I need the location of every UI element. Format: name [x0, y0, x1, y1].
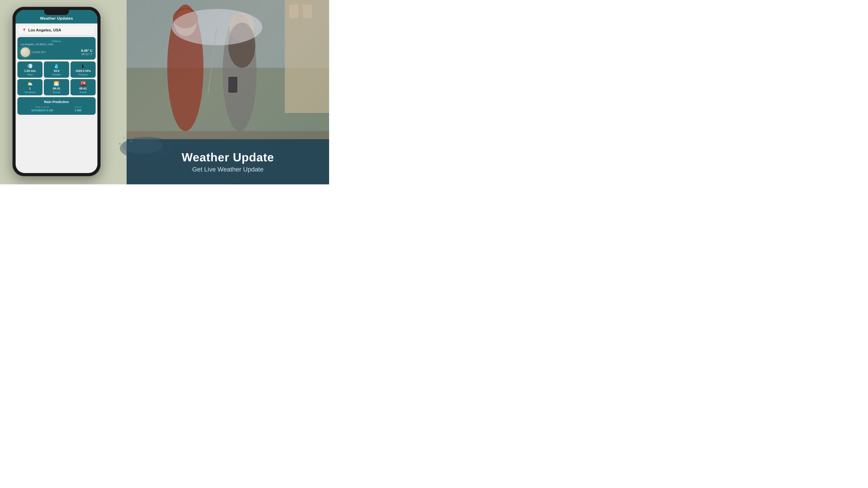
sunset-icon [80, 81, 86, 86]
humidity-icon [54, 64, 59, 68]
sunrise-value: 08:41 [53, 87, 60, 90]
svg-rect-3 [289, 4, 298, 18]
temp-fahrenheit: 46.51° F [81, 53, 92, 56]
moon-icon [21, 47, 30, 57]
rain-time-item: TIME & DATE SATURDAY 9 AM [31, 106, 53, 112]
rain-time-label: TIME & DATE [35, 106, 49, 108]
svg-rect-4 [303, 4, 312, 18]
svg-point-27 [130, 140, 132, 142]
svg-point-30 [157, 138, 160, 140]
cloudiness-value: 1 [29, 87, 31, 90]
weather-icon-area: CLEAR SKY [21, 47, 46, 57]
cloud-icon [27, 81, 33, 86]
sunset-label: Sunset [80, 91, 87, 94]
metric-pressure: 1020.0 hPa Pressure [70, 61, 96, 78]
app-title: Weather Updates [40, 16, 73, 21]
cloudiness-label: Cloudiness [24, 91, 35, 94]
rain-prediction-title: Rain Prediction [21, 100, 92, 104]
sunrise-label: Sunrise [53, 91, 60, 94]
svg-point-28 [124, 137, 125, 139]
svg-rect-15 [229, 78, 237, 92]
metric-grid: 1.54 m/s Wind 43.0 Humidity 1020.0 hPa P… [18, 61, 96, 95]
wind-label: Wind [27, 73, 33, 76]
rain-details: TIME & DATE SATURDAY 9 AM SCALE 2 MM [21, 106, 92, 112]
app-content: Address Los Angeles, CA 90012, USA CLEAR… [16, 37, 97, 173]
rain-scale-value: 2 MM [74, 109, 81, 112]
metric-sunrise: 08:41 Sunrise [44, 79, 69, 95]
svg-point-31 [166, 135, 168, 136]
pressure-icon [81, 64, 85, 68]
phone-shell: Weather Updates 📍 Los Angeles, USA Addre… [12, 7, 101, 176]
address-label: Address [21, 40, 92, 42]
phone-mockup: Weather Updates 📍 Los Angeles, USA Addre… [12, 7, 101, 176]
rain-scale-label: SCALE [74, 106, 82, 108]
sunset-value: 08:41 [79, 87, 87, 90]
address-value: Los Angeles, CA 90012, USA [21, 43, 92, 46]
promo-subtitle: Get Live Weather Update [192, 166, 264, 173]
svg-point-29 [135, 136, 136, 138]
metric-humidity: 43.0 Humidity [44, 61, 69, 78]
wind-value: 1.54 m/s [24, 69, 36, 72]
sky-condition: CLEAR SKY [32, 51, 46, 54]
location-text: Los Angeles, USA [28, 28, 61, 33]
rain-prediction-card: Rain Prediction TIME & DATE SATURDAY 9 A… [18, 97, 96, 115]
metric-wind: 1.54 m/s Wind [18, 61, 42, 78]
rain-time-value: SATURDAY 9 AM [31, 109, 53, 112]
promo-banner: Weather Update Get Live Weather Update [127, 139, 329, 184]
humidity-value: 43.0 [54, 69, 59, 72]
temp-celsius: 8.06° C [81, 48, 92, 53]
sunrise-icon [54, 81, 59, 86]
humidity-label: Humidity [52, 73, 61, 76]
svg-point-32 [119, 143, 121, 144]
phone-notch [44, 10, 69, 15]
temperature-area: 8.06° C 46.51° F [81, 48, 92, 56]
location-pin-icon: 📍 [22, 28, 26, 33]
svg-point-26 [122, 138, 163, 154]
phone-screen: Weather Updates 📍 Los Angeles, USA Addre… [16, 10, 97, 173]
location-bar[interactable]: 📍 Los Angeles, USA [18, 26, 95, 35]
metric-cloudiness: 1 Cloudiness [18, 79, 42, 95]
weather-card: Address Los Angeles, CA 90012, USA CLEAR… [18, 37, 96, 60]
rain-splash-decoration [113, 126, 204, 162]
pressure-value: 1020.0 hPa [75, 69, 91, 72]
pressure-label: Pressure [79, 73, 88, 76]
metric-sunset: 08:41 Sunset [70, 79, 96, 95]
rain-scale-item: SCALE 2 MM [74, 106, 82, 112]
wind-icon [27, 64, 33, 68]
